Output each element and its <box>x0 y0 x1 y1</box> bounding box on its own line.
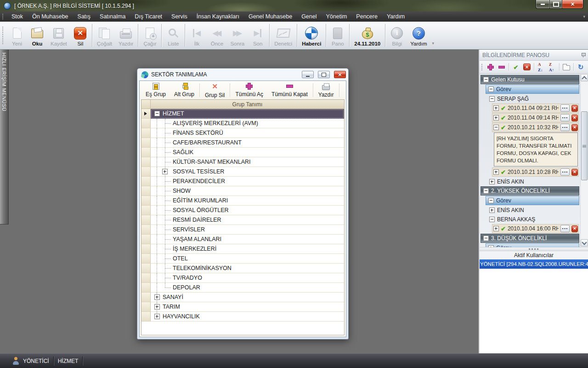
menu-item-satinalma[interactable]: Satınalma <box>95 12 130 21</box>
expand-expander-icon[interactable] <box>493 226 499 231</box>
expand-expander-icon[interactable] <box>493 105 499 111</box>
close-button[interactable] <box>562 0 583 9</box>
menu-item-satis[interactable]: Satış <box>73 12 96 21</box>
toolbar-grip-handle[interactable] <box>2 26 4 45</box>
tree-row[interactable]: TV/RADYO <box>141 273 344 283</box>
panel-grip-handle[interactable] <box>481 63 483 71</box>
tree-row[interactable]: HAYVANCILIK <box>141 312 344 322</box>
dialog-maximize-button[interactable] <box>318 71 330 78</box>
collapse-expander-icon[interactable] <box>489 217 495 222</box>
details-button[interactable] <box>560 114 570 121</box>
menu-grip-handle[interactable] <box>2 13 4 20</box>
tree-row[interactable]: PERAKENDECİLER <box>141 177 344 186</box>
collapse-expander-icon[interactable] <box>483 77 489 82</box>
expand-expander-icon[interactable] <box>489 179 495 184</box>
collapse-expander-icon[interactable] <box>488 198 494 203</box>
menu-item-genel[interactable]: Genel <box>297 12 321 21</box>
toolbar-overflow-chevron-icon[interactable] <box>432 41 434 46</box>
person-row[interactable]: ENİS AKIN <box>489 177 579 186</box>
tree-row[interactable]: HİZMET <box>141 109 344 119</box>
dialog-button-alt-grup[interactable]: Alt Grup <box>170 81 198 99</box>
approve-button[interactable] <box>511 62 521 72</box>
toolbar-button-cagir[interactable]: Çağır <box>140 23 159 48</box>
dialog-close-button[interactable] <box>334 71 346 78</box>
tree-row[interactable]: SHOW <box>141 186 344 196</box>
details-button[interactable] <box>560 225 570 232</box>
delete-task-button[interactable] <box>571 105 578 112</box>
dialog-button-es-grup[interactable]: Eş Grup <box>141 81 170 99</box>
remove-button[interactable] <box>497 62 507 72</box>
expand-expander-icon[interactable] <box>154 314 160 319</box>
scroll-up-icon[interactable] <box>581 74 588 81</box>
task-row[interactable]: 2010.11.04 09:14 RH ... <box>492 113 579 122</box>
scroll-down-icon[interactable] <box>581 239 588 247</box>
dialog-title-bar[interactable]: SEKTÖR TANIMLAMA <box>139 69 346 80</box>
maximize-button[interactable] <box>549 0 562 9</box>
tree-row[interactable]: SERVİSLER <box>141 225 344 235</box>
menu-overflow-chevron-icon[interactable] <box>583 14 585 19</box>
toolbar-button-oku[interactable]: Oku <box>28 23 47 48</box>
subsection-gorev[interactable]: Görev <box>486 243 579 247</box>
sort-za-button[interactable] <box>547 62 557 72</box>
person-row[interactable]: SERAP ŞAĞ <box>489 94 579 103</box>
menu-item-pencere[interactable]: Pencere <box>351 12 382 21</box>
expand-expander-icon[interactable] <box>493 169 499 175</box>
delete-task-button[interactable] <box>571 115 578 121</box>
subsection-gorev[interactable]: Görev <box>486 85 579 94</box>
task-row[interactable]: 2010.10.21 10:32 RH ... <box>492 123 579 132</box>
tree-row[interactable]: SAĞLIK <box>141 148 344 157</box>
details-button[interactable] <box>560 104 570 112</box>
tree-row[interactable]: İŞ MERKEZLERİ <box>141 244 344 254</box>
section-gelen-kutusu[interactable]: Gelen Kutusu <box>481 75 579 84</box>
toolbar-button-denetci[interactable]: Denetci <box>271 23 295 48</box>
expand-expander-icon[interactable] <box>154 304 160 310</box>
toolbar-button-yardim[interactable]: Yardım <box>407 23 430 48</box>
sort-az-button[interactable] <box>536 62 546 72</box>
refresh-button[interactable] <box>576 62 586 72</box>
subsection-gorev[interactable]: Görev <box>486 196 579 205</box>
quick-access-strip[interactable]: HIZLI ERİŞİM MENÜSÜ <box>0 50 9 224</box>
dialog-button-grup-sil[interactable]: Grup Sil <box>201 81 229 99</box>
reject-button[interactable] <box>522 62 532 72</box>
menu-item-dis-ticaret[interactable]: Dış Ticaret <box>130 12 167 21</box>
menu-item-yardim[interactable]: Yardım <box>382 12 409 21</box>
section-dusuk-oncelikli[interactable]: 3. DÜŞÜK ÖNCELİKLİ <box>481 234 579 243</box>
delete-task-button[interactable] <box>571 169 578 176</box>
pin-icon[interactable] <box>581 52 585 58</box>
tree-row[interactable]: ALIŞVERİŞ MERKEZLERİ (AVM) <box>141 119 344 128</box>
tree-row[interactable]: KÜLTÜR-SANAT MEKANLARI <box>141 157 344 167</box>
toolbar-button-sonra[interactable]: Sonra <box>227 23 247 48</box>
dialog-button-tumunu-kapat[interactable]: Tümünü Kapat <box>267 81 312 99</box>
menu-item-on-muhasebe[interactable]: Ön Muhasebe <box>28 12 73 21</box>
toolbar-button-haberci[interactable]: Haberci <box>299 23 324 48</box>
tree-row[interactable]: CAFE/BAR/RESTAURANT <box>141 138 344 148</box>
details-button[interactable] <box>560 168 570 176</box>
minimize-button[interactable] <box>536 0 549 9</box>
tree-row[interactable]: TARIM <box>141 302 344 312</box>
toolbar-button-sil[interactable]: Sil <box>71 23 90 48</box>
panel-scrollbar[interactable] <box>580 74 588 247</box>
toolbar-button-once[interactable]: Önce <box>207 23 226 48</box>
tree-row[interactable]: TELEKOMİNİKASYON <box>141 264 344 273</box>
toolbar-button-yazdir[interactable]: Yazdır <box>116 23 136 48</box>
collapse-expander-icon[interactable] <box>493 125 499 130</box>
expand-expander-icon[interactable] <box>154 294 160 300</box>
delete-task-button[interactable] <box>571 225 578 232</box>
grid-column-header[interactable]: Grup Tanımı <box>151 100 344 109</box>
tree-row[interactable]: EĞİTİM KURUMLARI <box>141 196 344 206</box>
menu-item-servis[interactable]: Servis <box>167 12 192 21</box>
toolbar-button-son[interactable]: Son <box>248 23 267 48</box>
person-row[interactable]: ENİS AKIN <box>489 206 579 214</box>
collapse-expander-icon[interactable] <box>483 236 489 241</box>
person-row[interactable]: BERNA AKKAŞ <box>489 215 579 224</box>
task-row[interactable]: 2010.10.21 10:28 RH ... <box>492 167 579 177</box>
dialog-minimize-button[interactable] <box>302 71 314 78</box>
collapse-expander-icon[interactable] <box>154 111 160 116</box>
delete-task-button[interactable] <box>571 124 578 131</box>
active-user-row[interactable]: YÖNETİCİ [294.NB-02.SQL2008.URUNLER:46 <box>480 259 588 269</box>
panel-splitter[interactable] <box>480 247 588 251</box>
tree-row[interactable]: OTEL <box>141 254 344 264</box>
tree-row[interactable]: SOSYAL TESİSLER <box>141 167 344 177</box>
expand-expander-icon[interactable] <box>488 245 494 247</box>
tree-row[interactable]: FİNANS SEKTÖRÜ <box>141 128 344 138</box>
